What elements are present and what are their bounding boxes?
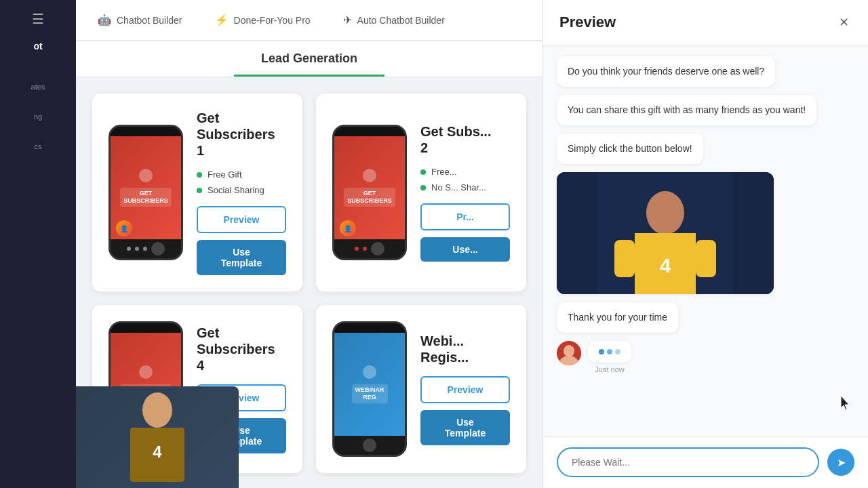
topnav: 🤖 Chatbot Builder ⚡ Done-For-You Pro ✈ A… xyxy=(76,0,542,41)
main-area: 🤖 Chatbot Builder ⚡ Done-For-You Pro ✈ A… xyxy=(76,0,542,488)
template-info-4: Webi...Regis... Preview Use Template xyxy=(420,333,510,445)
chat-message-2: You can share this gift with as many fri… xyxy=(557,95,816,125)
tab-area: Lead Generation xyxy=(76,41,542,77)
template-title-2: Get Subs...2 xyxy=(420,123,510,156)
template-actions-2: Pr... Use... xyxy=(420,203,510,262)
close-button[interactable]: ✕ xyxy=(835,14,852,30)
template-actions-4: Preview Use Template xyxy=(420,376,510,445)
phone-avatar-2: 👤 xyxy=(340,220,356,237)
chat-area: Do you think your friends deserve one as… xyxy=(543,45,868,436)
template-info-2: Get Subs...2 Free... No S... Shar... Pr.… xyxy=(420,123,510,262)
phone-mockup-2: GETSUBSCRIBERS 👤 xyxy=(332,125,407,260)
svg-rect-4 xyxy=(557,172,597,294)
sidebar-item-ng[interactable]: ng xyxy=(0,110,76,123)
chat-image: 4 xyxy=(557,172,774,294)
chat-message-3: Simply click the button below! xyxy=(557,134,703,164)
template-actions-1: Preview Use Template xyxy=(197,206,286,275)
svg-rect-10 xyxy=(696,240,716,277)
topnav-chatbot-label: Chatbot Builder xyxy=(117,15,182,26)
typing-content: Just now xyxy=(588,341,631,373)
menu-icon[interactable]: ☰ xyxy=(32,11,44,27)
feature-dot-1 xyxy=(197,172,202,178)
topnav-done-for-you-label: Done-For-You Pro xyxy=(234,15,311,26)
typing-dot-1 xyxy=(599,349,604,354)
template-title-3: Get Subscribers 4 xyxy=(197,325,286,373)
template-card-1: GETSUBSCRIBERS 👤 Get Subscribers 1 Free … xyxy=(92,94,302,291)
svg-point-6 xyxy=(646,191,684,235)
svg-text:4: 4 xyxy=(660,254,671,277)
preview-title: Preview xyxy=(559,14,616,31)
send-button[interactable]: ➤ xyxy=(827,449,854,476)
feature-dot-4 xyxy=(420,185,426,190)
typing-avatar xyxy=(557,341,581,365)
topnav-done-for-you[interactable]: ⚡ Done-For-You Pro xyxy=(210,0,316,41)
use-template-button-2[interactable]: Use... xyxy=(420,237,510,262)
tab-lead-generation[interactable]: Lead Generation xyxy=(234,41,384,77)
template-card-4: WEBINARREG Webi...Regis... Preview Use T… xyxy=(316,305,526,473)
sidebar-brand: ot xyxy=(33,41,42,52)
preview-panel: Preview ✕ Do you think your friends dese… xyxy=(542,0,868,488)
template-info-1: Get Subscribers 1 Free Gift Social Shari… xyxy=(197,110,286,275)
template-feature-2-2: No S... Shar... xyxy=(420,182,510,192)
sidebar-item-cs[interactable]: cs xyxy=(0,140,76,153)
use-template-button-4[interactable]: Use Template xyxy=(420,410,510,445)
typing-dot-3 xyxy=(615,349,620,354)
topnav-auto-label: Auto Chatbot Builder xyxy=(357,15,445,26)
typing-dots xyxy=(588,341,631,363)
template-title-4: Webi...Regis... xyxy=(420,333,510,365)
done-for-you-icon: ⚡ xyxy=(215,14,229,26)
preview-button-1[interactable]: Preview xyxy=(197,206,286,233)
svg-rect-9 xyxy=(614,240,635,277)
chat-input[interactable] xyxy=(557,447,819,477)
video-person-svg: 4 xyxy=(117,390,198,485)
typing-dot-2 xyxy=(607,349,612,354)
sidebar-item-templates[interactable]: ates xyxy=(0,80,76,94)
phone-mockup-1: GETSUBSCRIBERS 👤 xyxy=(108,125,183,260)
svg-point-0 xyxy=(142,392,172,428)
typing-time: Just now xyxy=(588,365,631,373)
sidebar: ☰ ot ates ng cs xyxy=(0,0,76,488)
template-feature-1-1: Free Gift xyxy=(197,169,286,180)
feature-dot-3 xyxy=(420,169,426,175)
preview-button-2[interactable]: Pr... xyxy=(420,203,510,230)
video-placeholder: 4 xyxy=(76,386,239,488)
avatar-svg xyxy=(557,341,581,365)
chat-input-area: ➤ xyxy=(543,436,868,488)
svg-text:4: 4 xyxy=(153,443,162,461)
template-feature-2-1: Free... xyxy=(420,167,510,177)
feature-dot-2 xyxy=(197,188,202,193)
phone-avatar-1: 👤 xyxy=(116,220,132,237)
topnav-auto-chatbot[interactable]: ✈ Auto Chatbot Builder xyxy=(338,0,450,41)
auto-chatbot-icon: ✈ xyxy=(343,14,352,26)
template-card-2: GETSUBSCRIBERS 👤 Get Subs...2 Free... xyxy=(316,94,526,291)
chat-video-image: 4 xyxy=(557,172,774,294)
template-feature-1-2: Social Sharing xyxy=(197,185,286,195)
preview-button-4[interactable]: Preview xyxy=(420,376,510,403)
typing-indicator-row: Just now xyxy=(557,341,854,373)
template-title-1: Get Subscribers 1 xyxy=(197,110,286,159)
video-overlay: 4 xyxy=(76,386,239,488)
svg-point-12 xyxy=(564,345,574,357)
chatbot-builder-icon: 🤖 xyxy=(98,14,111,26)
topnav-chatbot-builder[interactable]: 🤖 Chatbot Builder xyxy=(92,0,188,41)
use-template-button-1[interactable]: Use Template xyxy=(197,240,286,275)
chat-message-1: Do you think your friends deserve one as… xyxy=(557,56,775,87)
preview-header: Preview ✕ xyxy=(543,0,868,45)
chat-message-4: Thank you for your time xyxy=(557,302,678,333)
phone-mockup-4: WEBINARREG xyxy=(332,321,407,457)
svg-rect-5 xyxy=(733,172,774,294)
